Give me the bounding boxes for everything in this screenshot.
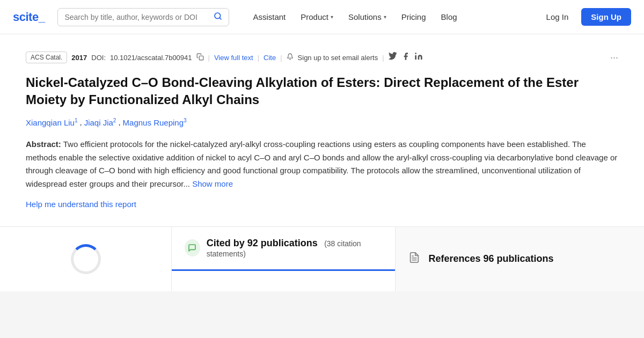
linkedin-icon[interactable]: [414, 52, 423, 63]
meta-sep-3: |: [280, 54, 282, 62]
article-doi: 10.1021/acscatal.7b00941: [110, 54, 192, 62]
author-3-link[interactable]: Magnus Rueping3: [123, 117, 187, 127]
search-box[interactable]: [57, 8, 229, 26]
author-sep-1: ,: [79, 117, 82, 127]
nav-blog[interactable]: Blog: [435, 9, 464, 25]
signup-button[interactable]: Sign Up: [581, 8, 631, 26]
references-panel[interactable]: References 96 publications: [396, 227, 645, 291]
article-content: ACS Catal. 2017 DOI: 10.1021/acscatal.7b…: [0, 34, 644, 227]
svg-rect-2: [199, 56, 203, 60]
abstract: Abstract: Two efficient protocols for th…: [26, 138, 618, 191]
document-icon: [408, 252, 420, 267]
logo[interactable]: scite_: [13, 10, 45, 24]
show-more-link[interactable]: Show more: [192, 179, 233, 188]
nav-pricing[interactable]: Pricing: [395, 9, 433, 25]
article-meta: ACS Catal. 2017 DOI: 10.1021/acscatal.7b…: [26, 52, 618, 63]
more-options-icon[interactable]: ···: [610, 52, 618, 63]
bottom-panels: Cited by 92 publications (38 citation st…: [0, 227, 644, 291]
search-icon: [214, 12, 222, 23]
svg-point-4: [415, 53, 416, 54]
abstract-label: Abstract:: [26, 139, 61, 149]
nav-solutions[interactable]: Solutions ▾: [342, 9, 393, 25]
meta-sep-2: |: [258, 54, 259, 62]
twitter-icon[interactable]: [389, 52, 397, 63]
bell-icon: [287, 53, 294, 62]
navbar: scite_ Assistant Product ▾ Solutions ▾ P…: [0, 0, 644, 34]
chat-bubble-icon: [185, 239, 200, 256]
svg-line-1: [220, 18, 222, 19]
alert-text: Sign up to set email alerts: [298, 54, 378, 62]
cited-by-tab[interactable]: Cited by 92 publications (38 citation st…: [172, 227, 395, 271]
references-label: References 96 publications: [429, 253, 554, 264]
journal-badge: ACS Catal.: [26, 52, 67, 63]
meta-sep-1: |: [208, 54, 210, 62]
author-1-link[interactable]: Xiangqian Liu1: [26, 117, 77, 127]
article-doi-label: DOI:: [91, 54, 106, 62]
abstract-text: Two efficient protocols for the nickel-c…: [26, 139, 617, 188]
search-input[interactable]: [64, 13, 209, 21]
logo-underscore: _: [39, 10, 45, 24]
nav-product[interactable]: Product ▾: [294, 9, 340, 25]
meta-sep-4: |: [382, 54, 384, 62]
solutions-chevron-icon: ▾: [384, 14, 386, 20]
article-title: Nickel-Catalyzed C–O Bond-Cleaving Alkyl…: [26, 74, 618, 109]
cited-by-info: Cited by 92 publications (38 citation st…: [207, 238, 382, 259]
copy-icon[interactable]: [196, 53, 204, 62]
help-understand-link[interactable]: Help me understand this report: [26, 200, 136, 209]
product-chevron-icon: ▾: [331, 14, 333, 20]
login-button[interactable]: Log In: [540, 9, 575, 25]
loading-spinner: [71, 244, 101, 274]
article-year: 2017: [71, 54, 87, 62]
facebook-icon[interactable]: [401, 52, 410, 63]
cite-link[interactable]: Cite: [264, 54, 276, 62]
nav-assistant[interactable]: Assistant: [246, 9, 292, 25]
nav-links: Assistant Product ▾ Solutions ▾ Pricing …: [246, 9, 526, 25]
view-full-text-link[interactable]: View full text: [214, 54, 253, 62]
logo-text: scite: [13, 10, 39, 24]
author-2-link[interactable]: Jiaqi Jia2: [84, 117, 116, 127]
authors: Xiangqian Liu1 , Jiaqi Jia2 , Magnus Rue…: [26, 117, 618, 127]
nav-right: Log In Sign Up: [540, 8, 631, 26]
svg-rect-3: [415, 55, 416, 60]
social-icons: [389, 52, 423, 63]
author-sep-2: ,: [118, 117, 120, 127]
cited-by-panel: Cited by 92 publications (38 citation st…: [172, 227, 396, 291]
cited-by-label: Cited by 92 publications: [207, 238, 318, 248]
chart-panel: [0, 227, 172, 291]
